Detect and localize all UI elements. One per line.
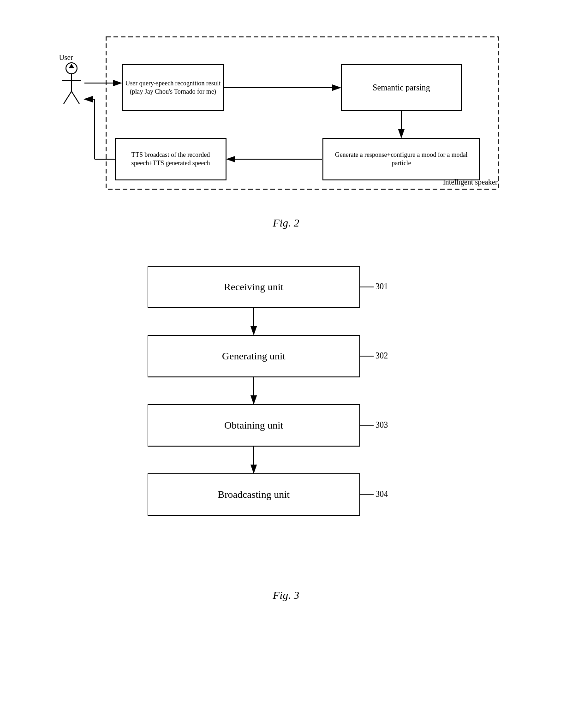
user-label: User (59, 54, 73, 61)
unit1-label: Receiving unit (224, 281, 284, 292)
fig2-svg: User query-speech recognition result (pl… (55, 32, 517, 208)
fig2-box4-text: TTS broadcast of the recorded speech+TTS… (115, 138, 226, 180)
fig2-box3-text: Generate a response+configure a mood for… (323, 138, 480, 180)
unit4-label: Broadcasting unit (218, 489, 290, 500)
svg-marker-18 (69, 64, 74, 68)
unit2-label: Generating unit (222, 350, 285, 362)
fig3-section: Receiving unit 301 Generating unit 302 O… (28, 266, 544, 602)
unit4-number: 304 (375, 489, 388, 499)
fig3-svg: Receiving unit 301 Generating unit 302 O… (148, 266, 424, 580)
svg-line-16 (64, 91, 72, 104)
page: User query-speech recognition result (pl… (0, 0, 572, 728)
unit3-label: Obtaining unit (224, 419, 283, 431)
fig3-caption: Fig. 3 (28, 589, 544, 602)
unit2-number: 302 (375, 351, 388, 360)
svg-line-17 (72, 91, 79, 104)
fig2-box1-text: User query-speech recognition result (pl… (122, 65, 224, 111)
fig2-section: User query-speech recognition result (pl… (28, 32, 544, 229)
fig2-box2-text: Semantic parsing (341, 65, 461, 111)
fig2-diagram: User query-speech recognition result (pl… (55, 32, 517, 208)
unit3-number: 303 (375, 420, 388, 430)
fig2-caption: Fig. 2 (28, 217, 544, 229)
fig3-diagram: Receiving unit 301 Generating unit 302 O… (148, 266, 424, 580)
intelligent-speaker-label: Intelligent speaker (443, 178, 498, 186)
unit1-number: 301 (375, 282, 388, 291)
